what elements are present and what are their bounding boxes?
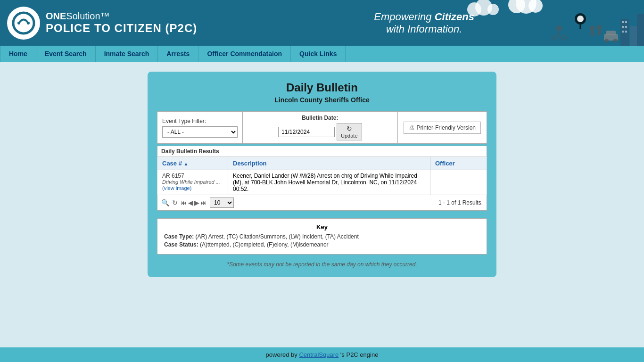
nav-home[interactable]: Home bbox=[0, 46, 36, 62]
svg-point-12 bbox=[561, 35, 566, 40]
main-content: Daily Bulletin Lincoln County Sheriffs O… bbox=[0, 62, 644, 287]
results-label: Daily Bulletin Results bbox=[157, 146, 487, 156]
header: ONESolution™ POLICE TO CITIZEN (P2C) Emp… bbox=[0, 0, 644, 46]
sort-arrow-icon: ▲ bbox=[184, 161, 189, 166]
svg-point-2 bbox=[27, 22, 30, 25]
date-row: ↻ Update bbox=[278, 123, 362, 140]
nav-arrests[interactable]: Arrests bbox=[158, 46, 198, 62]
filter-label: Event Type Filter: bbox=[162, 118, 238, 124]
svg-point-22 bbox=[605, 39, 609, 42]
cell-case-num: AR 6157 Driving While Impaired ... (view… bbox=[157, 170, 228, 195]
brand-ptc: POLICE TO CITIZEN (P2C) bbox=[46, 22, 197, 35]
svg-rect-28 bbox=[625, 21, 627, 23]
nav-inmate-search[interactable]: Inmate Search bbox=[96, 46, 158, 62]
cell-officer bbox=[430, 170, 487, 195]
print-button[interactable]: 🖨 Printer-Friendly Version bbox=[404, 122, 481, 134]
printer-icon: 🖨 bbox=[409, 124, 414, 131]
key-title: Key bbox=[164, 223, 480, 230]
svg-point-11 bbox=[552, 35, 557, 40]
svg-rect-19 bbox=[598, 30, 601, 35]
header-logo-area: ONESolution™ POLICE TO CITIZEN (P2C) bbox=[0, 2, 204, 44]
logo-text: ONESolution™ POLICE TO CITIZEN (P2C) bbox=[46, 10, 197, 35]
prev-page-button[interactable]: ◀ bbox=[188, 199, 193, 206]
svg-point-5 bbox=[487, 4, 499, 15]
svg-rect-27 bbox=[622, 21, 624, 23]
results-count: 1 - 1 of 1 Results. bbox=[438, 199, 483, 206]
svg-point-14 bbox=[577, 16, 584, 22]
date-label: Bulletin Date: bbox=[302, 115, 338, 121]
footer-note: *Some events may not be reported in the … bbox=[157, 261, 487, 268]
pagination-row: 🔍 ↻ ⏮ ◀ ▶ ⏭ 10 25 50 100 1 - 1 of 1 Resu… bbox=[157, 195, 487, 211]
svg-point-1 bbox=[17, 22, 20, 25]
bulletin-container: Daily Bulletin Lincoln County Sheriffs O… bbox=[148, 72, 496, 277]
logo-icon bbox=[7, 7, 40, 40]
svg-rect-24 bbox=[620, 19, 629, 46]
per-page-select[interactable]: 10 25 50 100 bbox=[210, 197, 234, 208]
header-tagline-area: Empowering Citizens with Information. bbox=[204, 0, 644, 46]
tagline: Empowering Citizens with Information. bbox=[374, 11, 474, 35]
svg-point-0 bbox=[13, 13, 34, 33]
key-case-type: Case Type: (AR) Arrest, (TC) Citation/Su… bbox=[164, 233, 480, 240]
print-label: Printer-Friendly Version bbox=[417, 124, 476, 131]
refresh-pag-icon[interactable]: ↻ bbox=[172, 199, 178, 206]
nav-quick-links[interactable]: Quick Links bbox=[291, 46, 346, 62]
next-page-button[interactable]: ▶ bbox=[194, 199, 199, 206]
city-silhouette bbox=[446, 0, 644, 46]
table-row: AR 6157 Driving While Impaired ... (view… bbox=[157, 170, 487, 195]
filter-cell: Event Type Filter: - ALL - Arrest Citati… bbox=[157, 112, 243, 143]
refresh-icon: ↻ bbox=[347, 125, 352, 132]
search-icon[interactable]: 🔍 bbox=[161, 199, 169, 206]
svg-point-23 bbox=[613, 39, 617, 42]
svg-point-18 bbox=[597, 25, 602, 30]
svg-rect-32 bbox=[625, 31, 627, 33]
svg-rect-31 bbox=[622, 31, 624, 33]
update-label: Update bbox=[341, 133, 357, 139]
last-page-button[interactable]: ⏭ bbox=[200, 199, 207, 206]
results-table: Case # ▲ Description Officer AR 6157 Dri… bbox=[157, 156, 487, 195]
cell-description: Keener, Daniel Lander (W /M/28) Arrest o… bbox=[228, 170, 430, 195]
svg-point-9 bbox=[556, 25, 562, 31]
brand-one: ONE bbox=[46, 11, 66, 21]
event-type-filter[interactable]: - ALL - Arrest Citation/Summons Incident… bbox=[162, 126, 238, 138]
key-box: Key Case Type: (AR) Arrest, (TC) Citatio… bbox=[157, 218, 487, 255]
col-officer: Officer bbox=[430, 157, 487, 170]
nav-officer-commendation[interactable]: Officer Commendataion bbox=[198, 46, 291, 62]
svg-rect-21 bbox=[606, 31, 616, 35]
case-type: Driving While Impaired ... bbox=[162, 179, 223, 185]
svg-rect-30 bbox=[625, 26, 627, 28]
svg-rect-25 bbox=[630, 26, 637, 46]
svg-point-16 bbox=[590, 26, 594, 31]
navigation: Home Event Search Inmate Search Arrests … bbox=[0, 46, 644, 62]
bulletin-date-input[interactable] bbox=[278, 127, 335, 137]
nav-event-search[interactable]: Event Search bbox=[36, 46, 96, 62]
view-image-link[interactable]: (view image) bbox=[162, 185, 191, 191]
svg-rect-29 bbox=[622, 26, 624, 28]
key-case-status: Case Status: (A)ttempted, (C)ompleted, (… bbox=[164, 241, 480, 248]
first-page-button[interactable]: ⏮ bbox=[181, 199, 187, 206]
bulletin-subtitle: Lincoln County Sheriffs Office bbox=[157, 96, 487, 104]
pagination-nav: ⏮ ◀ ▶ ⏭ bbox=[181, 199, 207, 206]
svg-rect-26 bbox=[637, 14, 644, 46]
col-case-num[interactable]: Case # ▲ bbox=[157, 157, 228, 170]
case-number: AR 6157 bbox=[162, 173, 223, 179]
bulletin-title: Daily Bulletin bbox=[157, 81, 487, 94]
col-description: Description bbox=[228, 157, 430, 170]
svg-rect-17 bbox=[591, 31, 594, 36]
date-cell: Bulletin Date: ↻ Update bbox=[243, 112, 398, 143]
update-button[interactable]: ↻ Update bbox=[337, 123, 362, 140]
filter-row: Event Type Filter: - ALL - Arrest Citati… bbox=[157, 111, 487, 144]
col-case-num-label: Case # bbox=[162, 160, 182, 167]
print-cell: 🖨 Printer-Friendly Version bbox=[398, 112, 487, 143]
brand-solution: Solution™ bbox=[66, 11, 109, 21]
